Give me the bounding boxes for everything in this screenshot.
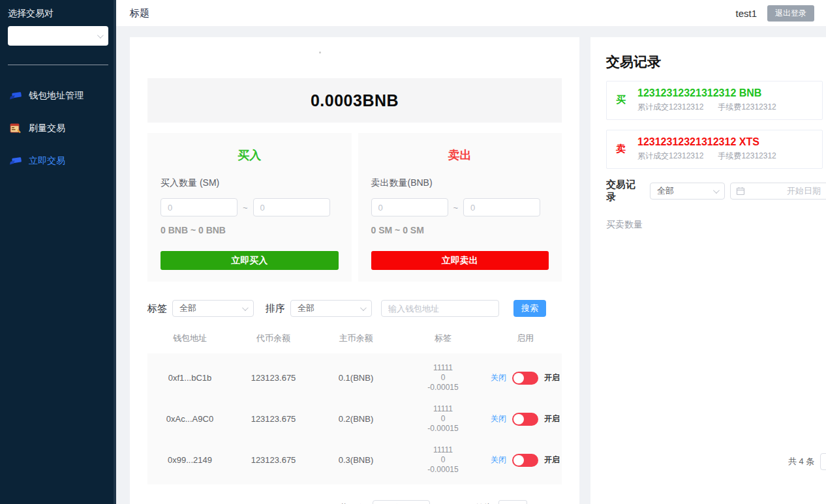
enable-cell: 关闭 开启 — [489, 372, 562, 385]
record-total: 累计成交12312312 — [637, 151, 703, 162]
main-column: 标题 test1 退出登录 0.0003BNB 买入 买入数量 (SM) — [116, 0, 826, 504]
sell-max-input[interactable] — [463, 198, 540, 216]
logout-button[interactable]: 退出登录 — [767, 5, 814, 22]
records-filter-label: 交易记录 — [606, 179, 643, 203]
buy-max-input[interactable] — [253, 198, 330, 216]
sell-range-inputs: ~ — [371, 198, 549, 216]
sell-min-input[interactable] — [371, 198, 448, 216]
records-type-select[interactable]: 全部 — [650, 183, 725, 200]
enable-cell: 关闭 开启 — [489, 454, 562, 467]
record-fee: 手续费12312312 — [718, 151, 776, 162]
sidebar-item-label: 立即交易 — [29, 155, 65, 167]
sidebar-divider — [8, 65, 108, 65]
enable-cell: 关闭 开启 — [489, 413, 562, 426]
tag-line: 0 — [397, 455, 489, 465]
chevron-down-icon — [360, 304, 367, 311]
records-title: 交易记录 — [606, 53, 826, 71]
records-page-size-select[interactable] — [820, 453, 826, 470]
wallet-table-header: 钱包地址 代币余额 主币余额 标签 启用 — [147, 333, 562, 344]
wallet-pagination: 共 4 条 100条/页 ‹ 1 › 前往 页 — [147, 500, 562, 504]
sidebar-item-wallet-management[interactable]: 钱包地址管理 — [8, 80, 108, 112]
records-card: 交易记录 买 12312312321312312 BNB 累计成交1231231… — [590, 37, 826, 504]
tag-line: -0.00015 — [397, 424, 489, 434]
record-item-buy: 买 12312312321312312 BNB 累计成交12312312 手续费… — [606, 81, 823, 120]
page-size-select[interactable]: 100条/页 — [373, 500, 430, 504]
record-amount: 12312312321312312 XTS — [637, 136, 776, 148]
main-balance: 0.3(BNB) — [314, 455, 397, 465]
record-item-sell: 卖 12312312321312312 XTS 累计成交12312312 手续费… — [606, 130, 823, 169]
trade-card: 0.0003BNB 买入 买入数量 (SM) ~ 0 BNB ~ 0 BNB 立… — [130, 37, 579, 504]
tag-filter-select[interactable]: 全部 — [172, 300, 254, 317]
pair-select-label: 选择交易对 — [8, 8, 108, 20]
records-total: 共 4 条 — [788, 456, 814, 467]
sell-range-text: 0 SM ~ 0 SM — [371, 225, 549, 235]
main-balance: 0.2(BNB) — [314, 414, 397, 424]
table-row: 0x99...2149 123123.675 0.3(BNB) 11111 0 … — [147, 439, 562, 481]
enable-toggle[interactable] — [512, 454, 538, 467]
record-amount: 12312312321312312 BNB — [637, 87, 776, 99]
record-sub: 累计成交12312312 手续费12312312 — [637, 102, 776, 113]
buy-min-input[interactable] — [161, 198, 237, 216]
current-price: 0.0003BNB — [311, 91, 399, 110]
tag-line: -0.00015 — [397, 383, 489, 393]
chevron-down-icon — [242, 304, 249, 311]
tag-line: -0.00015 — [397, 465, 489, 475]
tag-filter-value: 全部 — [179, 303, 196, 314]
sell-panel: 卖出 卖出数量(BNB) ~ 0 SM ~ 0 SM 立即卖出 — [358, 133, 562, 282]
record-total: 累计成交12312312 — [637, 102, 703, 113]
goto-page-input[interactable] — [498, 500, 527, 504]
col-header-tag: 标签 — [397, 333, 489, 344]
sell-now-button[interactable]: 立即卖出 — [371, 251, 549, 270]
date-placeholder: 开始日期 — [745, 185, 826, 197]
pair-select[interactable] — [8, 26, 108, 46]
buy-range-inputs: ~ — [161, 198, 339, 216]
app-root: 选择交易对 钱包地址管理 刷量交易 — [0, 0, 826, 504]
sidebar-item-label: 钱包地址管理 — [29, 90, 84, 102]
record-fee: 手续费12312312 — [718, 102, 776, 113]
table-row: 0xAc...A9C0 123123.675 0.2(BNB) 11111 0 … — [147, 398, 562, 439]
sort-filter-label: 排序 — [266, 303, 285, 315]
buy-amount-label: 买入数量 (SM) — [161, 177, 339, 189]
wallet-address: 0x99...2149 — [147, 455, 232, 465]
record-body: 12312312321312312 XTS 累计成交12312312 手续费12… — [637, 136, 776, 162]
content-area: 0.0003BNB 买入 买入数量 (SM) ~ 0 BNB ~ 0 BNB 立… — [116, 26, 826, 504]
enable-toggle[interactable] — [512, 372, 538, 385]
tag-line: 11111 — [397, 404, 489, 414]
tag-line: 0 — [397, 373, 489, 383]
tag-line: 11111 — [397, 445, 489, 455]
buy-sell-amount-label: 买卖数量 — [606, 219, 826, 231]
token-balance: 123123.675 — [232, 414, 314, 424]
col-header-main-balance: 主币余额 — [314, 333, 397, 344]
record-sub: 累计成交12312312 手续费12312312 — [637, 151, 776, 162]
sort-filter-select[interactable]: 全部 — [290, 300, 372, 317]
search-button[interactable]: 搜索 — [513, 300, 546, 317]
sidebar-item-volume-trade[interactable]: 刷量交易 — [8, 112, 108, 145]
trade-icon — [9, 156, 22, 166]
page-title: 标题 — [130, 7, 149, 20]
close-link[interactable]: 关闭 — [491, 372, 506, 383]
buy-now-button[interactable]: 立即买入 — [161, 251, 339, 270]
on-label: 开启 — [544, 413, 560, 424]
col-header-address: 钱包地址 — [147, 333, 232, 344]
calendar-icon — [736, 186, 745, 196]
close-link[interactable]: 关闭 — [491, 413, 506, 424]
close-link[interactable]: 关闭 — [491, 454, 506, 466]
sidebar: 选择交易对 钱包地址管理 刷量交易 — [0, 0, 116, 504]
tag-values: 11111 0 -0.00015 — [397, 363, 489, 393]
sidebar-item-label: 刷量交易 — [29, 123, 65, 134]
tag-values: 11111 0 -0.00015 — [397, 445, 489, 475]
record-side-buy: 买 — [616, 94, 626, 106]
record-side-sell: 卖 — [616, 143, 626, 155]
sidebar-item-instant-trade[interactable]: 立即交易 — [8, 145, 108, 177]
chevron-down-icon — [97, 32, 104, 38]
record-body: 12312312321312312 BNB 累计成交12312312 手续费12… — [637, 87, 776, 113]
sell-title: 卖出 — [371, 143, 549, 164]
tag-line: 11111 — [397, 363, 489, 373]
start-date-input[interactable]: 开始日期 — [730, 183, 826, 200]
wallet-address: 0xAc...A9C0 — [147, 414, 232, 424]
wallet-table-body: 0xf1...bC1b 123123.675 0.1(BNB) 11111 0 … — [147, 353, 562, 484]
tag-filter-label: 标签 — [147, 303, 167, 315]
wallet-address-input[interactable] — [381, 300, 499, 317]
ledger-icon — [9, 123, 22, 134]
enable-toggle[interactable] — [512, 413, 538, 426]
